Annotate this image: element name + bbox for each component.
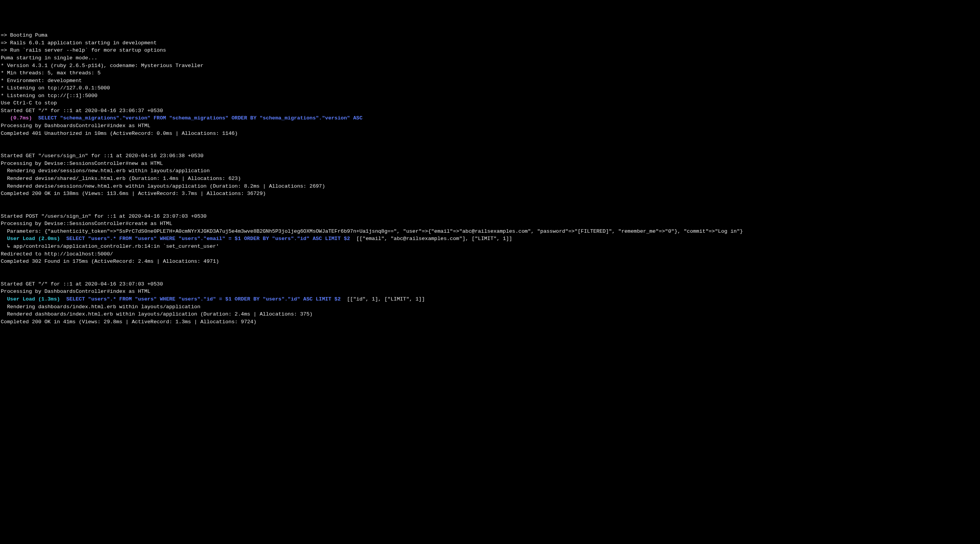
log-line: [1, 145, 979, 153]
log-line: Processing by DashboardsController#index…: [1, 122, 979, 130]
log-segment: * Listening on tcp://127.0.0.1:5000: [1, 85, 110, 91]
log-segment: Completed 401 Unauthorized in 10ms (Acti…: [1, 131, 238, 136]
log-segment: (0.7ms): [10, 115, 32, 121]
log-segment: Puma starting in single mode...: [1, 55, 97, 61]
log-segment: * Listening on tcp://[::1]:5000: [1, 93, 97, 99]
log-segment: SELECT "users".* FROM "users" WHERE "use…: [66, 236, 350, 242]
log-segment: Parameters: {"authenticity_token"=>"SsPr…: [1, 228, 743, 234]
log-segment: [["email", "abc@railsexamples.com"], ["L…: [350, 236, 512, 242]
log-line: * Listening on tcp://127.0.0.1:5000: [1, 84, 979, 92]
log-line: Rendering devise/sessions/new.html.erb w…: [1, 167, 979, 175]
log-segment: Processing by Devise::SessionsController…: [1, 221, 172, 227]
log-line: Rendered devise/sessions/new.html.erb wi…: [1, 183, 979, 190]
log-line: Redirected to http://localhost:5000/: [1, 250, 979, 258]
log-line: Processing by DashboardsController#index…: [1, 288, 979, 296]
log-line: Rendered dashboards/index.html.erb withi…: [1, 311, 979, 318]
log-segment: Processing by Devise::SessionsController…: [1, 161, 163, 166]
log-line: Completed 200 OK in 41ms (Views: 29.8ms …: [1, 318, 979, 326]
log-line: Rendering dashboards/index.html.erb with…: [1, 303, 979, 311]
log-segment: [1, 115, 10, 121]
log-segment: * Version 4.3.1 (ruby 2.6.5-p114), coden…: [1, 63, 204, 69]
log-segment: SELECT "schema_migrations"."version" FRO…: [38, 115, 363, 121]
log-line: User Load (2.0ms) SELECT "users".* FROM …: [1, 235, 979, 243]
log-segment: => Rails 6.0.1 application starting in d…: [1, 40, 157, 46]
log-segment: [32, 115, 38, 121]
log-segment: Rendering devise/sessions/new.html.erb w…: [1, 168, 210, 174]
log-line: * Min threads: 5, max threads: 5: [1, 69, 979, 77]
log-segment: Started GET "/" for ::1 at 2020-04-16 23…: [1, 108, 163, 114]
log-line: User Load (1.3ms) SELECT "users".* FROM …: [1, 296, 979, 303]
log-segment: SELECT "users".* FROM "users" WHERE "use…: [66, 296, 341, 302]
log-line: => Booting Puma: [1, 32, 979, 39]
log-segment: => Run `rails server --help` for more st…: [1, 47, 166, 53]
log-segment: Use Ctrl-C to stop: [1, 100, 57, 106]
log-line: Use Ctrl-C to stop: [1, 99, 979, 107]
log-segment: [["id", 1], ["LIMIT", 1]]: [341, 296, 425, 302]
log-line: Completed 302 Found in 175ms (ActiveReco…: [1, 258, 979, 265]
log-segment: [60, 236, 66, 242]
log-line: Puma starting in single mode...: [1, 54, 979, 62]
log-segment: Rendering dashboards/index.html.erb with…: [1, 304, 200, 310]
log-line: [1, 205, 979, 213]
log-line: Processing by Devise::SessionsController…: [1, 220, 979, 228]
log-segment: Started GET "/users/sign_in" for ::1 at …: [1, 153, 204, 159]
log-line: [1, 273, 979, 280]
log-segment: [1, 236, 7, 242]
log-line: Rendered devise/shared/_links.html.erb (…: [1, 175, 979, 183]
log-line: Started GET "/" for ::1 at 2020-04-16 23…: [1, 280, 979, 288]
log-line: Started POST "/users/sign_in" for ::1 at…: [1, 213, 979, 220]
log-line: Started GET "/" for ::1 at 2020-04-16 23…: [1, 107, 979, 115]
log-segment: Processing by DashboardsController#index…: [1, 123, 151, 129]
log-line: => Rails 6.0.1 application starting in d…: [1, 39, 979, 47]
log-segment: Started POST "/users/sign_in" for ::1 at…: [1, 213, 207, 219]
log-line: * Listening on tcp://[::1]:5000: [1, 92, 979, 100]
log-line: Processing by Devise::SessionsController…: [1, 160, 979, 168]
log-segment: User Load (2.0ms): [7, 236, 60, 242]
log-segment: Processing by DashboardsController#index…: [1, 289, 151, 294]
log-segment: Rendered dashboards/index.html.erb withi…: [1, 311, 313, 317]
log-line: [1, 265, 979, 273]
log-line: Started GET "/users/sign_in" for ::1 at …: [1, 152, 979, 160]
log-segment: * Environment: development: [1, 78, 82, 84]
log-segment: Rendered devise/shared/_links.html.erb (…: [1, 176, 241, 181]
log-segment: [60, 296, 66, 302]
log-segment: * Min threads: 5, max threads: 5: [1, 70, 100, 76]
log-segment: Completed 200 OK in 41ms (Views: 29.8ms …: [1, 319, 256, 325]
log-line: * Version 4.3.1 (ruby 2.6.5-p114), coden…: [1, 62, 979, 70]
log-segment: User Load (1.3ms): [7, 296, 60, 302]
log-line: Completed 401 Unauthorized in 10ms (Acti…: [1, 130, 979, 138]
log-segment: Completed 302 Found in 175ms (ActiveReco…: [1, 259, 219, 264]
log-segment: [1, 296, 7, 302]
log-line: [1, 198, 979, 205]
log-segment: ↳ app/controllers/application_controller…: [1, 243, 219, 249]
log-segment: Completed 200 OK in 138ms (Views: 113.6m…: [1, 191, 266, 196]
log-segment: Rendered devise/sessions/new.html.erb wi…: [1, 183, 325, 189]
log-line: Completed 200 OK in 138ms (Views: 113.6m…: [1, 190, 979, 198]
log-line: [1, 137, 979, 145]
log-line: => Run `rails server --help` for more st…: [1, 47, 979, 54]
log-line: (0.7ms) SELECT "schema_migrations"."vers…: [1, 114, 979, 122]
log-segment: Started GET "/" for ::1 at 2020-04-16 23…: [1, 281, 163, 287]
log-line: ↳ app/controllers/application_controller…: [1, 243, 979, 250]
terminal-output: => Booting Puma=> Rails 6.0.1 applicatio…: [1, 32, 979, 326]
log-segment: Redirected to http://localhost:5000/: [1, 251, 113, 257]
log-line: * Environment: development: [1, 77, 979, 85]
log-segment: => Booting Puma: [1, 32, 48, 38]
log-line: Parameters: {"authenticity_token"=>"SsPr…: [1, 228, 979, 235]
